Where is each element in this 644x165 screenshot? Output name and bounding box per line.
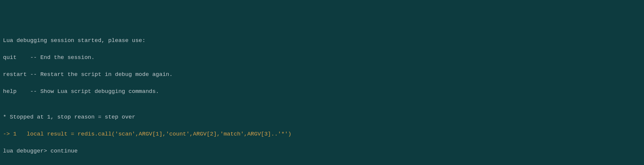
debug-output-line-1: <debug> line 3: "0,10000,jdi,30210816162… (3, 164, 641, 165)
debug-header-line-4: help -- Show Lua script debugging comman… (3, 87, 641, 96)
debug-header-line-2: quit -- End the session. (3, 53, 641, 62)
source-line: -> 1 local result = redis.call('scan',AR… (3, 130, 641, 138)
source-arrow: -> 1 (3, 131, 27, 137)
prompt-label: lua debugger> (3, 148, 51, 154)
debug-header-line-1: Lua debugging session started, please us… (3, 36, 641, 45)
source-code: local result = redis.call('scan',ARGV[1]… (27, 131, 291, 137)
stopped-line: * Stopped at 1, stop reason = step over (3, 113, 641, 122)
prompt-line[interactable]: lua debugger> continue (3, 147, 641, 155)
user-command: continue (51, 148, 78, 154)
debug-header-line-3: restart -- Restart the script in debug m… (3, 70, 641, 79)
